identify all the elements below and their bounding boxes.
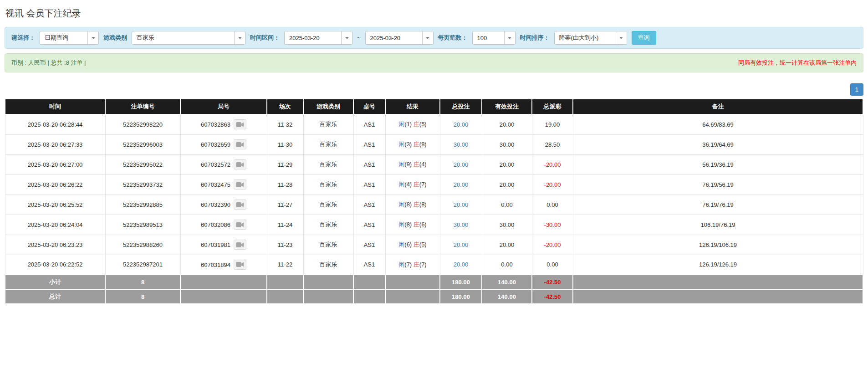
round-id: 607032572 [201, 161, 230, 168]
subtotal-valid-bet: 140.00 [482, 275, 532, 289]
table-row: 2025-03-20 06:23:23522352988260607031981… [5, 235, 863, 255]
cell-session: 11-28 [267, 174, 303, 195]
cell-table-no: AS1 [353, 255, 385, 275]
total-bet-link[interactable]: 20.00 [454, 261, 469, 268]
cell-table-no: AS1 [353, 134, 385, 154]
total-total-bet: 180.00 [440, 289, 482, 304]
empty-cell [303, 289, 353, 304]
video-replay-button[interactable] [234, 260, 246, 270]
header-round-id: 局号 [180, 99, 267, 114]
total-count: 8 [105, 289, 180, 304]
video-replay-button[interactable] [234, 240, 246, 250]
header-note: 备注 [573, 99, 863, 114]
cell-order-id: 522352996003 [105, 134, 180, 154]
video-replay-button[interactable] [234, 220, 246, 230]
query-type-value: 日期查询 [40, 31, 87, 44]
video-replay-button[interactable] [234, 179, 246, 190]
pagination: 1 [5, 83, 863, 96]
round-id: 607032086 [201, 221, 230, 228]
video-camera-icon [236, 182, 244, 188]
game-type-select[interactable]: 百家乐 [132, 31, 245, 45]
header-table-no: 桌号 [353, 99, 385, 114]
video-camera-icon [236, 222, 244, 228]
cell-session: 11-32 [267, 114, 303, 134]
result-banker: 庄(5) [414, 241, 427, 248]
cell-total-bet: 20.00 [440, 255, 482, 275]
empty-cell [267, 289, 303, 304]
result-player: 闲(8) [398, 221, 412, 228]
header-order-id: 注单编号 [105, 99, 180, 114]
cell-game-type: 百家乐 [303, 114, 353, 134]
query-type-select[interactable]: 日期查询 [40, 31, 99, 45]
total-bet-link[interactable]: 20.00 [454, 121, 469, 128]
table-header: 时间 注单编号 局号 场次 游戏类别 桌号 结果 总投注 有效投注 总派彩 备注 [5, 99, 863, 114]
query-button[interactable]: 查询 [632, 31, 656, 45]
sort-select[interactable]: 降幂(由大到小) [554, 31, 627, 45]
cell-order-id: 522352993732 [105, 174, 180, 195]
round-id: 607031981 [201, 241, 230, 248]
result-player: 闲(8) [398, 201, 412, 208]
cell-total-bet: 20.00 [440, 174, 482, 195]
cell-order-id: 522352988260 [105, 235, 180, 255]
result-banker: 庄(8) [414, 201, 427, 208]
page: 视讯 会员下注纪录 请选择： 日期查询 游戏类别 百家乐 时间区间： 2025-… [0, 0, 868, 304]
chevron-down-icon[interactable] [422, 31, 433, 44]
cell-round-id: 607031894 [180, 255, 267, 275]
cell-payout: -20.00 [532, 235, 573, 255]
page-number-button[interactable]: 1 [850, 83, 863, 96]
cell-result: 闲(1) 庄(5) [385, 114, 440, 134]
video-camera-icon [236, 261, 244, 267]
table-row: 2025-03-20 06:27:33522352996003607032659… [5, 134, 863, 154]
total-bet-link[interactable]: 30.00 [454, 221, 469, 228]
table-row: 2025-03-20 06:22:52522352987201607031894… [5, 255, 863, 275]
empty-cell [180, 275, 267, 289]
cell-result: 闲(3) 庄(8) [385, 134, 440, 154]
header-session: 场次 [267, 99, 303, 114]
total-bet-link[interactable]: 30.00 [454, 141, 469, 148]
empty-cell [573, 289, 863, 304]
cell-round-id: 607032572 [180, 154, 267, 174]
video-replay-button[interactable] [234, 200, 246, 210]
subtotal-count: 8 [105, 275, 180, 289]
result-banker: 庄(5) [414, 121, 427, 128]
result-player: 闲(4) [398, 181, 412, 188]
subtotal-total-bet: 180.00 [440, 275, 482, 289]
chevron-down-icon[interactable] [341, 31, 352, 44]
table-row: 2025-03-20 06:24:04522352989513607032086… [5, 215, 863, 235]
chevron-down-icon[interactable] [87, 31, 98, 44]
chevron-down-icon[interactable] [616, 31, 627, 44]
date-to-select[interactable]: 2025-03-20 [365, 31, 434, 45]
video-replay-button[interactable] [234, 119, 246, 129]
chevron-down-icon[interactable] [234, 31, 245, 44]
cell-total-bet: 20.00 [440, 154, 482, 174]
result-player: 闲(6) [398, 241, 412, 248]
cell-table-no: AS1 [353, 215, 385, 235]
empty-cell [180, 289, 267, 304]
chevron-down-icon[interactable] [504, 31, 515, 44]
cell-time: 2025-03-20 06:27:00 [5, 154, 105, 174]
video-replay-button[interactable] [234, 139, 246, 149]
per-page-select[interactable]: 100 [472, 31, 516, 45]
notice-text: 同局有效投注，统一计算在该局第一张注单内 [738, 59, 857, 67]
time-range-label: 时间区间： [250, 34, 280, 42]
header-time: 时间 [5, 99, 105, 114]
empty-cell [385, 289, 440, 304]
game-type-label: 游戏类别 [103, 34, 127, 42]
total-payout: -42.50 [532, 289, 573, 304]
total-bet-link[interactable]: 20.00 [454, 181, 469, 188]
table-body: 2025-03-20 06:28:44522352998220607032863… [5, 114, 863, 275]
currency-summary: 币别 : 人民币 | 总共 :8 注单 | [11, 59, 86, 67]
total-bet-link[interactable]: 20.00 [454, 241, 469, 248]
cell-valid-bet: 0.00 [482, 195, 532, 215]
total-bet-link[interactable]: 20.00 [454, 201, 469, 208]
cell-order-id: 522352995022 [105, 154, 180, 174]
result-banker: 庄(4) [414, 161, 427, 168]
cell-session: 11-24 [267, 215, 303, 235]
bet-records-table: 时间 注单编号 局号 场次 游戏类别 桌号 结果 总投注 有效投注 总派彩 备注… [5, 98, 863, 304]
total-bet-link[interactable]: 20.00 [454, 161, 469, 168]
video-camera-icon [236, 142, 244, 148]
date-from-select[interactable]: 2025-03-20 [284, 31, 352, 45]
table-row: 2025-03-20 06:28:44522352998220607032863… [5, 114, 863, 134]
video-replay-button[interactable] [234, 159, 246, 169]
result-banker: 庄(6) [414, 221, 427, 228]
